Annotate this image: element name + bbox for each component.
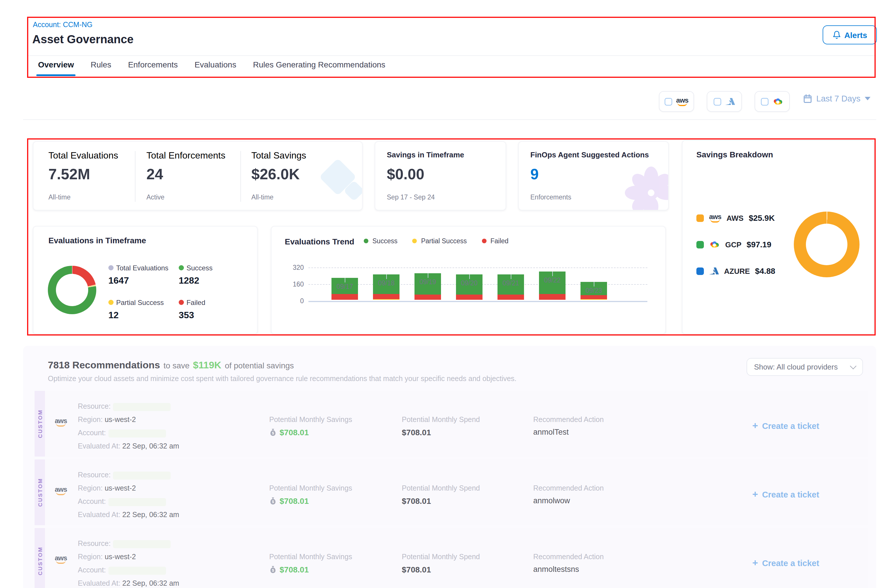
header-divider bbox=[28, 56, 875, 56]
money-bag-icon: $ bbox=[269, 497, 277, 505]
finops-card: FinOps Agent Suggested Actions 9 Enforce… bbox=[518, 141, 669, 210]
azure-legend-value: $4.88 bbox=[755, 266, 776, 276]
create-ticket-button[interactable]: + Create a ticket bbox=[752, 489, 819, 500]
breadcrumb[interactable]: Account: CCM-NG bbox=[33, 21, 93, 29]
bar-09/22: 09/22 bbox=[539, 271, 566, 300]
bar-segment-failed bbox=[456, 295, 483, 300]
x-axis bbox=[308, 301, 647, 302]
chevron-down-icon bbox=[850, 363, 856, 369]
bar-09/19: 09/19 bbox=[414, 273, 441, 300]
redacted-resource bbox=[113, 471, 171, 479]
content-divider bbox=[23, 119, 876, 120]
custom-tag: CUSTOM bbox=[34, 528, 45, 588]
evaluations-timeframe-title: Evaluations in Timeframe bbox=[48, 236, 146, 245]
potential-monthly-savings: $ $708.01 bbox=[269, 428, 309, 437]
aws-legend-value: $25.9K bbox=[749, 213, 775, 222]
x-label: 09/20 bbox=[461, 280, 478, 286]
redacted-account bbox=[108, 566, 166, 574]
gcp-legend-label: GCP bbox=[725, 240, 741, 249]
y-tick-0: 0 bbox=[286, 297, 304, 304]
aws-icon: aws bbox=[676, 97, 688, 106]
redacted-resource bbox=[113, 403, 171, 411]
svg-text:$: $ bbox=[272, 500, 274, 504]
legend-failed: Failed 353 bbox=[179, 297, 205, 321]
tab-rules-generating-recommendations[interactable]: Rules Generating Recommendations bbox=[253, 60, 386, 76]
create-ticket-button[interactable]: + Create a ticket bbox=[752, 558, 819, 569]
y-tick-320: 320 bbox=[286, 264, 304, 271]
provider-filter-aws[interactable]: aws bbox=[659, 91, 694, 112]
tab-rules[interactable]: Rules bbox=[91, 60, 111, 76]
azure-icon bbox=[725, 98, 735, 105]
recommendations-summary: 7818 Recommendations to save $119K of po… bbox=[48, 360, 294, 371]
savings-breakdown-card: Savings Breakdown aws AWS $25.9K GCP $97… bbox=[682, 140, 874, 334]
date-range-picker[interactable]: Last 7 Days bbox=[803, 94, 870, 103]
total-evaluations-dot bbox=[108, 265, 114, 270]
tab-evaluations[interactable]: Evaluations bbox=[195, 60, 236, 76]
bar-segment-failed bbox=[332, 294, 358, 300]
redacted-account bbox=[108, 429, 166, 437]
recommendations-subtitle: Optimize your cloud assets and minimize … bbox=[48, 375, 516, 383]
aws-checkbox[interactable] bbox=[664, 98, 672, 105]
bar-09/21: 09/21 bbox=[498, 274, 524, 300]
legend-item-azure: AZURE $4.88 bbox=[696, 266, 776, 276]
trend-legend-success: Success bbox=[364, 237, 398, 244]
evaluations-timeframe-card: Evaluations in Timeframe Total Evaluatio… bbox=[33, 226, 258, 334]
trend-legend: Success Partial Success Failed bbox=[364, 237, 508, 244]
redacted-account bbox=[108, 498, 166, 506]
bar-09/18: 09/18 bbox=[373, 274, 399, 300]
watermark-flower-icon bbox=[624, 165, 669, 210]
alerts-button[interactable]: Alerts bbox=[823, 26, 877, 44]
recommendations-count: 7818 Recommendations bbox=[48, 360, 160, 371]
cloud-provider-filter-dropdown[interactable]: Show: All cloud providers bbox=[747, 358, 863, 376]
gcp-checkbox[interactable] bbox=[761, 98, 768, 105]
total-savings-label: Total Savings bbox=[251, 150, 306, 161]
x-tick bbox=[386, 274, 387, 279]
tab-overview[interactable]: Overview bbox=[38, 60, 74, 76]
money-bag-icon: $ bbox=[269, 566, 277, 574]
gcp-legend-swatch bbox=[696, 241, 704, 248]
x-label: 09/22 bbox=[544, 276, 561, 284]
svg-text:$: $ bbox=[272, 568, 274, 572]
bar-09/17: 09/17 bbox=[332, 278, 358, 300]
savings-timeframe-label: Savings in Timeframe bbox=[387, 150, 464, 159]
savings-breakdown-title: Savings Breakdown bbox=[696, 150, 773, 159]
success-dot bbox=[179, 265, 184, 270]
potential-savings-amount: $119K bbox=[193, 360, 221, 371]
x-tick bbox=[511, 274, 512, 279]
page-title: Asset Governance bbox=[32, 33, 134, 46]
chevron-down-icon bbox=[864, 97, 870, 100]
totals-card: Total Evaluations 7.52M All-time Total E… bbox=[33, 141, 363, 210]
azure-icon bbox=[709, 267, 719, 275]
savings-timeframe-value: $0.00 bbox=[387, 165, 424, 183]
gcp-icon bbox=[772, 97, 783, 106]
calendar-icon bbox=[803, 94, 812, 103]
trend-legend-partial: Partial Success bbox=[412, 237, 467, 244]
create-ticket-button[interactable]: + Create a ticket bbox=[752, 420, 819, 432]
recommended-action: anmolTest bbox=[533, 428, 569, 436]
bar-09/23: 09/23 bbox=[580, 282, 607, 300]
x-label: 09/23 bbox=[585, 287, 602, 294]
total-evaluations-sub: All-time bbox=[48, 194, 70, 201]
tab-bar: Overview Rules Enforcements Evaluations … bbox=[38, 60, 386, 76]
tab-enforcements[interactable]: Enforcements bbox=[128, 60, 178, 76]
provider-filter-gcp[interactable] bbox=[754, 91, 790, 112]
total-savings-sub: All-time bbox=[251, 194, 273, 201]
bell-icon bbox=[832, 30, 841, 39]
failed-dot bbox=[179, 300, 184, 305]
x-tick bbox=[552, 271, 553, 276]
plus-icon: + bbox=[752, 489, 758, 500]
partial-success-dot bbox=[108, 300, 114, 305]
recommendation-row: CUSTOM aws Resource: Region: us-west-2 A… bbox=[34, 459, 868, 525]
azure-checkbox[interactable] bbox=[714, 98, 721, 105]
money-bag-icon: $ bbox=[269, 428, 277, 436]
legend-success: Success 1282 bbox=[179, 262, 213, 286]
provider-filter-azure[interactable] bbox=[707, 91, 742, 112]
bar-segment-failed bbox=[580, 295, 607, 299]
azure-legend-label: AZURE bbox=[724, 267, 750, 275]
redacted-resource bbox=[113, 540, 171, 548]
aws-legend-swatch bbox=[696, 214, 704, 222]
aws-icon: aws bbox=[55, 486, 67, 495]
recommendation-row: CUSTOM aws Resource: Region: us-west-2 A… bbox=[34, 391, 868, 457]
x-tick bbox=[428, 273, 428, 278]
evaluations-donut bbox=[48, 266, 96, 314]
